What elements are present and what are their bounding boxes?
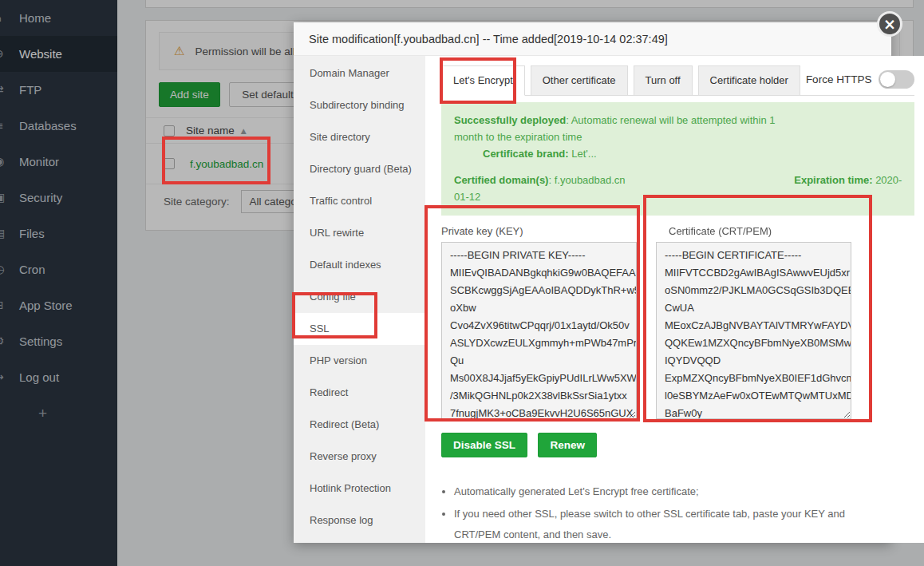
modal-title: Site modification[f.youbadbad.cn] -- Tim…	[294, 22, 891, 56]
private-key-block: Private key (KEY)	[441, 225, 637, 419]
menu-item-traffic-control[interactable]: Traffic control	[294, 185, 425, 217]
menu-item-subdirectory-binding[interactable]: Subdirectory binding	[294, 89, 425, 121]
menu-item-reverse-proxy[interactable]: Reverse proxy	[294, 441, 425, 473]
ssl-notes: Automatically generated Let's Encrypt fr…	[441, 481, 856, 545]
certificate-block: Certificate (CRT/PEM)	[656, 225, 851, 419]
menu-item-config-file[interactable]: Config file	[294, 281, 425, 313]
ssl-actions: Disable SSL Renew	[441, 433, 914, 457]
tab-other-certificate[interactable]: Other certificate	[531, 65, 628, 96]
menu-item-redirect-beta[interactable]: Redirect (Beta)	[294, 409, 425, 441]
alert-deployed-line: Successfully deployed: Automatic renewal…	[454, 112, 799, 145]
modal-menu: Domain Manager Subdirectory binding Site…	[294, 56, 425, 543]
menu-item-php-version[interactable]: PHP version	[294, 345, 425, 377]
menu-item-domain-manager[interactable]: Domain Manager	[294, 57, 425, 89]
tab-certificate-holder[interactable]: Certificate holder	[698, 65, 800, 96]
certified-domains: Certified domain(s): f.youbadbad.cn	[454, 172, 626, 188]
close-icon[interactable]: ×	[877, 11, 902, 37]
note-item: Automatically generated Let's Encrypt fr…	[454, 481, 856, 502]
expiration-time-wrap: 01-12	[454, 188, 902, 205]
ssl-tabs: Let's Encrypt Other certificate Turn off…	[441, 65, 914, 96]
expiration-time: Expiration time: 2020-	[794, 172, 902, 188]
renew-button[interactable]: Renew	[538, 433, 597, 457]
menu-item-site-directory[interactable]: Site directory	[294, 121, 425, 153]
menu-item-redirect[interactable]: Redirect	[294, 377, 425, 409]
menu-item-ssl[interactable]: SSL	[294, 313, 425, 345]
deploy-success-alert: Successfully deployed: Automatic renewal…	[441, 102, 914, 216]
ssl-panel: Let's Encrypt Other certificate Turn off…	[425, 56, 924, 543]
certificate-label: Certificate (CRT/PEM)	[656, 225, 851, 237]
menu-item-url-rewrite[interactable]: URL rewirte	[294, 217, 425, 249]
force-https-toggle[interactable]	[879, 70, 914, 89]
alert-domain-expiry-line: Certified domain(s): f.youbadbad.cn Expi…	[454, 172, 902, 188]
menu-item-response-log[interactable]: Response log	[294, 505, 425, 536]
menu-item-default-indexes[interactable]: Default indexes	[294, 249, 425, 281]
site-modification-modal: × Site modification[f.youbadbad.cn] -- T…	[294, 22, 891, 543]
private-key-textarea[interactable]	[441, 242, 637, 419]
certificate-textarea[interactable]	[656, 242, 851, 419]
tab-lets-encrypt[interactable]: Let's Encrypt	[441, 65, 525, 96]
menu-item-hotlink-protection[interactable]: Hotlink Protection	[294, 473, 425, 505]
private-key-label: Private key (KEY)	[441, 225, 637, 237]
tab-turn-off[interactable]: Turn off	[634, 65, 693, 96]
note-item: If you need other SSL, please switch to …	[454, 504, 856, 545]
disable-ssl-button[interactable]: Disable SSL	[441, 433, 527, 457]
force-https-label: Force HTTPS	[806, 73, 872, 85]
alert-brand-line: Certificate brand: Let'...	[454, 145, 902, 162]
toggle-knob	[880, 72, 895, 87]
menu-item-directory-guard[interactable]: Directory guard (Beta)	[294, 153, 425, 185]
